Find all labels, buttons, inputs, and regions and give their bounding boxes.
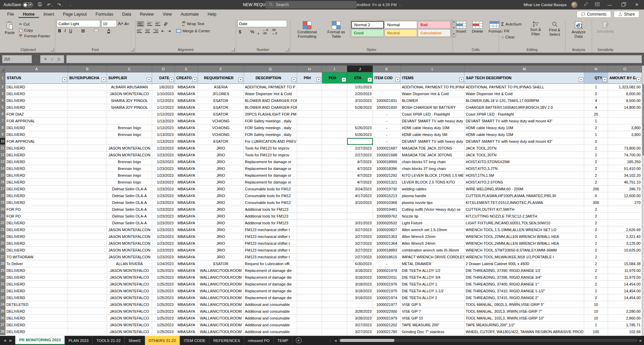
cell-I28[interactable] [322,260,347,267]
cell-F10[interactable]: ESATOR [198,138,244,145]
cell-O29[interactable]: 11,979.00 [608,267,642,274]
cell-C33[interactable]: JASON MONTEFALCO [107,294,152,301]
cell-E27[interactable]: MBASAYA [175,254,198,260]
font-color-button[interactable]: A [107,28,110,33]
cell-K2[interactable] [373,84,401,90]
cell-N4[interactable]: 4 [584,97,608,104]
cell-G29[interactable]: Replacement of damage die [244,267,297,274]
cell-F34[interactable]: WALLANIC/TOOLROOM [198,301,244,308]
cell-N6[interactable]: 20 [584,111,608,118]
row-header-18[interactable]: 18 [0,192,5,199]
cell-D20[interactable]: 1/23/2023 [152,206,175,213]
row-header-35[interactable]: 35 [0,308,5,315]
cell-I6[interactable] [322,111,347,118]
cell-F4[interactable]: ESATOR [198,97,244,104]
cell-N23[interactable]: 2 [584,226,608,233]
search-input[interactable]: Search [266,1,357,8]
row-header-2[interactable]: 2 [0,84,5,90]
cell-G35[interactable]: Additional and consumable [244,308,297,315]
row-header-25[interactable]: 25 [0,240,5,247]
table-header-cell-A[interactable]: STATUS▼ [5,72,68,84]
cell-D2[interactable]: 1/6/2023 [152,84,175,90]
cell-A21[interactable]: FOR PO [5,213,68,220]
cell-O3[interactable]: 8,000.00 [608,90,642,97]
cell-H30[interactable] [297,274,322,281]
cell-N27[interactable]: 2 [584,254,608,260]
cell-C7[interactable] [107,118,152,124]
row-header-12[interactable]: 12 [0,152,5,158]
cell-F11[interactable]: JRIO [198,145,244,152]
cell-E33[interactable]: MBASAYA [175,294,198,301]
cell-A22[interactable]: DELIVERD [5,220,68,226]
cell-M13[interactable]: HOIST,KITO,5TONSX25M [465,158,584,165]
conditional-formatting-button[interactable]: Conditional Formatting⌄ [292,20,322,44]
cell-M21[interactable]: KIT,CUTTING NOZZLE TIP,SC12-2,SMITH [465,213,584,220]
cell-H9[interactable] [297,131,322,138]
filter-dropdown-icon-F[interactable]: ▼ [238,77,243,82]
cell-M22[interactable]: LIGHT FIXTURE,INCAND,60051,TOLSEN,50W/10 [465,220,584,226]
comma-style-icon[interactable]: , [258,29,259,35]
cell-K29[interactable]: 1000021978 [373,267,401,274]
cell-style-normal[interactable]: Normal [384,21,417,29]
cell-M24[interactable]: WRENCH TOOL,22MM,ALLEN WRENCH W/BALL HEA [465,233,584,240]
cell-I25[interactable] [322,240,347,247]
cell-O13[interactable]: 185,250 [608,158,642,165]
format-as-table-button[interactable]: Format as Table⌄ [324,20,349,44]
cell-A38[interactable]: DELIVERD [5,328,68,335]
cell-C34[interactable]: JASON MONTEFALCO [107,301,152,308]
alignment-dialog-launcher-icon[interactable] [231,48,235,51]
shrink-font-icon[interactable]: A˅ [124,20,129,27]
cell-J32[interactable]: 3/18/2023 [347,288,373,294]
cell-N7[interactable]: 1 [584,118,608,124]
cell-H23[interactable] [297,226,322,233]
cell-O37[interactable]: 1,785.71 [608,322,642,328]
cell-G27[interactable]: FM123 mechanical shifter t [244,254,297,260]
cell-I37[interactable] [322,322,347,328]
cell-B13[interactable] [68,158,107,165]
cell-A6[interactable]: FOR DIAZ [5,111,68,118]
cell-E26[interactable]: MBASAYA [175,247,198,254]
sheet-tab-released-po[interactable]: released PO [244,336,274,345]
cell-J24[interactable]: 3/27/2023 [347,233,373,240]
cell-L20[interactable]: Cutting outfit (Victor Heavy duty) se [401,206,465,213]
wrap-text-button[interactable]: ab↩Wrap Text [181,20,205,28]
cell-J11[interactable]: 2/27/2023 [347,145,373,152]
cell-B23[interactable] [68,226,107,233]
cell-I11[interactable] [322,145,347,152]
cell-G13[interactable]: Replacement for damage or [244,158,297,165]
quick-access-menu-icon[interactable]: ⌄ [67,3,74,6]
merge-center-button[interactable]: Merge & Center⌄ [176,29,214,33]
cell-H38[interactable] [297,328,322,335]
cell-B38[interactable] [68,328,107,335]
bold-button[interactable]: B [58,29,61,33]
table-header-cell-H[interactable]: PR#▼ [297,72,322,84]
cell-B37[interactable] [68,322,107,328]
cell-K22[interactable]: 1000020532 [373,220,401,226]
row-header-9[interactable]: 9 [0,131,5,138]
cell-C20[interactable]: Delmar Selim OLA-A [107,206,152,213]
cell-C10[interactable] [107,138,152,145]
cell-D34[interactable]: 1/25/2023 [152,301,175,308]
ribbon-tab-review[interactable]: Review [136,11,158,18]
row-header-20[interactable]: 20 [0,206,5,213]
italic-button[interactable]: I [65,28,66,33]
row-header-16[interactable]: 16 [0,179,5,186]
column-header-A[interactable]: A [5,66,68,72]
cell-L7[interactable]: DEVANT SMART TV with heavy duty [401,118,465,124]
filter-dropdown-icon-L[interactable]: ▼ [459,77,464,82]
cell-O30[interactable]: 11,979.00 [608,274,642,281]
cell-F35[interactable]: WALLANIC/TOOLROOM [198,308,244,315]
cell-G21[interactable]: Additional tools for FM123 [244,213,297,220]
decrease-decimal-icon[interactable]: .00→.0 [271,28,277,35]
ribbon-tab-insert[interactable]: Insert [39,11,58,18]
cell-F5[interactable]: ESATOR [198,104,244,111]
sheet-tab-references[interactable]: REFERENCES [210,336,244,345]
cell-G23[interactable]: FM123 mechanical shifter t [244,226,297,233]
ribbon-tab-help[interactable]: Help [203,11,221,18]
cell-J3[interactable]: 2/20/2023 [347,90,373,97]
column-header-O[interactable]: O [608,66,642,72]
cell-J16[interactable]: 4/7/2023 [347,179,373,186]
cell-A23[interactable]: DELIVERD [5,226,68,233]
sheet-nav-right-icon[interactable]: ▶ [10,339,12,342]
cell-C18[interactable]: Delmar Selim OLA-A [107,192,152,199]
